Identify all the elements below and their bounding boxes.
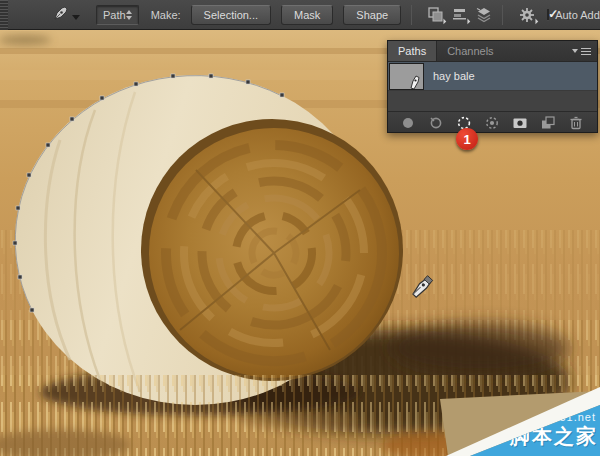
pen-tool-preset[interactable] <box>52 5 80 24</box>
tool-preset-dropdown-arrow[interactable] <box>72 15 80 20</box>
tool-mode-select[interactable]: Path <box>96 5 139 25</box>
panel-menu-bars <box>581 48 591 55</box>
select-updown-icon <box>126 10 132 20</box>
path-alignment-icon[interactable] <box>452 6 467 24</box>
gear-icon[interactable] <box>519 6 535 24</box>
toolbar-grip[interactable] <box>0 0 8 30</box>
tab-channels[interactable]: Channels <box>437 41 503 61</box>
tab-paths[interactable]: Paths <box>388 41 437 61</box>
make-shape-button[interactable]: Shape <box>343 5 401 25</box>
delete-path-icon[interactable] <box>568 115 584 131</box>
auto-add-delete-checkbox[interactable] <box>547 9 549 21</box>
make-selection-button[interactable]: Selection... <box>191 5 271 25</box>
dropdown-corner <box>462 15 470 23</box>
tool-mode-value: Path <box>103 9 126 21</box>
watermark: jb51.net 脚本之家 <box>440 385 600 456</box>
stroke-path-icon[interactable] <box>428 115 444 131</box>
path-name: hay bale <box>433 70 475 82</box>
panel-menu-arrow <box>572 49 578 53</box>
step-annotation-badge: 1 <box>456 128 478 150</box>
make-label: Make: <box>151 9 181 21</box>
path-item-row[interactable]: hay bale <box>388 62 597 91</box>
new-path-icon[interactable] <box>540 115 556 131</box>
toolbar-separator <box>502 5 503 25</box>
dropdown-corner <box>438 15 446 23</box>
make-work-path-icon[interactable] <box>484 115 500 131</box>
photoshop-window: Path Make: Selection... Mask Shape <box>0 0 600 456</box>
options-toolbar: Path Make: Selection... Mask Shape <box>0 0 600 30</box>
auto-add-delete-label: Auto Add/Delete <box>555 9 600 21</box>
paths-panel-footer <box>388 111 597 132</box>
path-operations-icon[interactable] <box>428 6 443 24</box>
pen-cursor-icon <box>409 74 422 89</box>
fill-path-icon[interactable] <box>400 115 416 131</box>
pen-tool-icon <box>52 5 69 24</box>
add-mask-icon[interactable] <box>512 115 528 131</box>
path-arrangement-icon[interactable] <box>476 6 492 24</box>
make-mask-button[interactable]: Mask <box>281 5 333 25</box>
toolbar-separator <box>411 5 412 25</box>
panel-menu-icon[interactable] <box>572 41 597 61</box>
paths-panel-header: Paths Channels <box>388 41 597 62</box>
paths-panel: Paths Channels hay bale <box>387 40 598 133</box>
path-thumbnail[interactable] <box>389 63 424 90</box>
